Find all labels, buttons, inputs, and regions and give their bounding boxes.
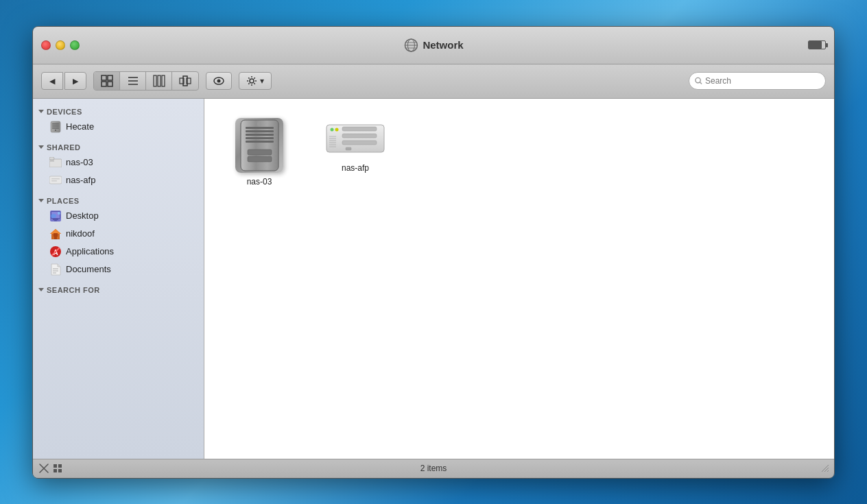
svg-rect-6 [108,75,112,80]
desktop-label: Desktop [66,211,99,221]
preview-button[interactable] [206,72,232,90]
places-label: PLACES [47,197,80,205]
search-box[interactable] [689,72,826,90]
x-icon[interactable] [38,463,49,474]
sidebar-item-nas03[interactable]: nas-03 [33,154,204,171]
svg-rect-80 [58,469,62,472]
svg-rect-12 [154,75,156,86]
minimize-button[interactable] [56,40,65,50]
applications-label: Applications [66,246,114,256]
device-icon [49,121,62,133]
shared-triangle [38,145,44,149]
item-count: 2 items [420,464,447,473]
eye-icon [213,75,224,86]
svg-rect-65 [342,127,377,131]
svg-rect-57 [246,137,274,139]
statusbar-left [38,463,63,474]
places-triangle [38,199,44,202]
network-icon [403,38,418,53]
traffic-lights [41,40,80,50]
search-input[interactable] [705,76,820,86]
sidebar-item-applications[interactable]: A Applications [33,243,204,261]
svg-rect-58 [246,141,274,143]
documents-icon [49,263,62,276]
column-view-button[interactable] [146,72,172,90]
mac-pro-icon [235,118,283,173]
nasafp-label: nas-afp [66,175,95,185]
svg-point-40 [58,212,60,215]
svg-point-28 [55,130,56,131]
svg-point-41 [51,214,56,218]
search-for-header[interactable]: SEARCH FOR [33,284,204,296]
svg-rect-78 [58,464,62,468]
sidebar-item-hecate[interactable]: Hecate [33,118,204,136]
battery-icon [808,40,826,49]
documents-label: Documents [66,264,111,274]
nas03-file-label: nas-03 [247,177,272,187]
svg-rect-31 [49,157,54,160]
devices-label: DEVICES [47,108,82,116]
svg-rect-66 [342,134,377,138]
svg-rect-55 [246,130,274,132]
svg-marker-44 [50,229,61,234]
list-view-button[interactable] [120,72,146,90]
svg-rect-56 [246,134,274,136]
svg-rect-14 [162,75,165,86]
back-icon: ◀ [49,77,55,86]
sidebar-section-devices: DEVICES [33,106,204,136]
statusbar: 2 items [33,459,834,478]
devices-header[interactable]: DEVICES [33,106,204,118]
sidebar-item-nasafp[interactable]: nas-afp [33,171,204,189]
sidebar-item-documents[interactable]: Documents [33,261,204,278]
home-icon [49,228,62,240]
applications-icon: A [49,245,62,258]
sidebar-item-desktop[interactable]: Desktop [33,207,204,225]
file-item-nasafp[interactable]: nas-afp [314,112,396,192]
sidebar-item-nikdoof[interactable]: nikdoof [33,225,204,243]
svg-rect-45 [54,233,58,237]
svg-rect-7 [102,82,106,86]
svg-point-63 [331,128,334,131]
file-item-nas03[interactable]: nas-03 [218,112,300,192]
svg-rect-79 [54,469,57,472]
svg-rect-26 [52,125,59,127]
svg-line-23 [700,82,702,84]
desktop-icon [49,210,62,222]
icon-view-icon [101,75,113,87]
gear-icon [246,75,257,86]
toolbar: ◀ ▶ [33,64,834,99]
nas03-label: nas-03 [66,157,93,167]
sidebar-section-shared: SHARED nas-03 [33,141,204,189]
search-for-triangle [38,288,44,291]
svg-point-20 [250,79,254,83]
action-button[interactable]: ▾ [239,72,272,90]
devices-triangle [38,110,44,113]
forward-button[interactable]: ▶ [64,72,86,90]
shared-label: SHARED [47,143,80,152]
svg-point-22 [696,77,700,82]
action-dropdown-icon: ▾ [260,76,264,86]
maximize-button[interactable] [70,40,80,50]
window-title: Network [423,39,463,51]
back-button[interactable]: ◀ [41,72,63,90]
grid-icon[interactable] [52,463,63,474]
svg-rect-34 [51,180,57,182]
search-icon [695,77,702,85]
search-for-label: SEARCH FOR [47,286,100,294]
close-button[interactable] [41,40,51,50]
svg-rect-5 [102,75,106,80]
svg-rect-32 [49,176,62,184]
nas-afp-container [324,118,386,159]
icon-view-button[interactable] [94,72,120,90]
cover-flow-icon [179,75,191,87]
shared-header[interactable]: SHARED [33,141,204,154]
svg-rect-67 [342,141,377,145]
column-view-icon [153,75,165,87]
nasafp-icon [49,174,62,187]
cover-flow-button[interactable] [172,72,198,90]
places-header[interactable]: PLACES [33,195,204,207]
finder-window: Network ◀ ▶ [32,26,835,479]
sidebar: DEVICES [33,99,204,459]
svg-rect-54 [246,127,274,129]
forward-icon: ▶ [73,77,78,86]
